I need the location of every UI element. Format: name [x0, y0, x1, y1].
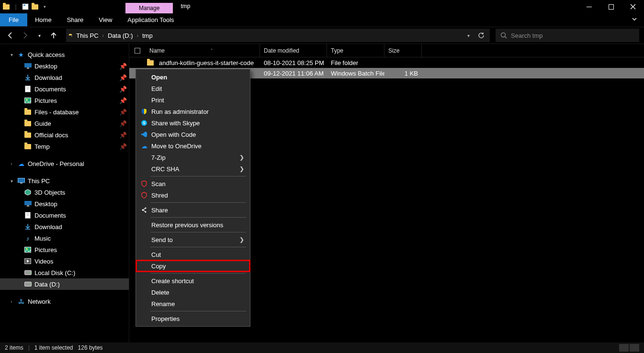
chevron-down-icon[interactable]: ▾: [7, 178, 16, 184]
search-box[interactable]: Search tmp: [496, 29, 639, 42]
menu-item-edit[interactable]: Edit: [136, 83, 250, 94]
cloud-icon: ☁: [16, 160, 26, 167]
menu-item-run-as-administrator[interactable]: Run as administrator: [136, 106, 250, 117]
select-all-checkbox[interactable]: [129, 48, 146, 54]
application-tools-tab[interactable]: Application Tools: [120, 13, 181, 26]
address-dropdown-icon[interactable]: ▾: [467, 33, 470, 38]
menu-item-send-to[interactable]: Send to ❯: [136, 234, 250, 245]
sidebar-item-pictures[interactable]: Pictures📌: [0, 95, 129, 106]
file-tab[interactable]: File: [0, 13, 27, 26]
forward-button[interactable]: [19, 30, 31, 41]
sidebar-item-desktop[interactable]: Desktop: [0, 198, 129, 210]
item-icon: [23, 247, 33, 253]
chevron-right-icon[interactable]: ›: [7, 299, 16, 304]
menu-separator: [150, 232, 246, 232]
skype-icon: S: [139, 120, 149, 126]
status-bar: 2 items | 1 item selected 126 bytes: [0, 342, 644, 353]
sidebar-onedrive[interactable]: › ☁ OneDrive - Personal: [0, 158, 129, 169]
menu-item-cut[interactable]: Cut: [136, 249, 250, 260]
sidebar-item-label: Download: [33, 74, 119, 81]
breadcrumb-sep[interactable]: ›: [137, 33, 138, 38]
sidebar-item-label: Data (D:): [33, 281, 129, 288]
menu-item-copy[interactable]: Copy: [136, 260, 250, 272]
menu-item-open-with-code[interactable]: Open with Code: [136, 129, 250, 140]
recent-locations-button[interactable]: ▾: [34, 30, 45, 41]
manage-tab-header[interactable]: Manage: [125, 3, 173, 13]
menu-item-delete[interactable]: Delete: [136, 287, 250, 298]
sidebar-quick-access[interactable]: ▾ ★ Quick access: [0, 49, 129, 60]
menu-item-shred[interactable]: Shred: [136, 189, 250, 201]
sidebar-item-download[interactable]: Download📌: [0, 72, 129, 83]
menu-item-print[interactable]: Print: [136, 94, 250, 106]
breadcrumb-sep[interactable]: ›: [102, 33, 104, 38]
svg-rect-15: [25, 98, 31, 103]
chevron-right-icon[interactable]: ›: [7, 161, 16, 166]
sidebar-item-files-database[interactable]: Files - database📌: [0, 106, 129, 118]
menu-item-create-shortcut[interactable]: Create shortcut: [136, 275, 250, 287]
column-type[interactable]: Type: [327, 44, 384, 57]
menu-item-7-zip[interactable]: 7-Zip ❯: [136, 152, 250, 163]
sidebar-item-videos[interactable]: Videos: [0, 255, 129, 267]
menu-item-label: Delete: [149, 289, 244, 296]
new-folder-icon[interactable]: [31, 2, 39, 11]
back-button[interactable]: [5, 30, 16, 41]
sidebar-item-local-disk-c-[interactable]: Local Disk (C:): [0, 267, 129, 278]
sidebar-item-music[interactable]: ♪Music: [0, 232, 129, 244]
svg-point-16: [26, 99, 28, 100]
sidebar-network[interactable]: › 🖧 Network: [0, 296, 129, 307]
share-tab[interactable]: Share: [59, 13, 91, 26]
menu-item-scan[interactable]: Scan: [136, 178, 250, 189]
menu-item-properties[interactable]: Properties: [136, 313, 250, 324]
refresh-button[interactable]: [475, 30, 487, 41]
breadcrumb-data-d[interactable]: Data (D:): [106, 31, 135, 40]
menu-item-crc-sha[interactable]: CRC SHA ❯: [136, 163, 250, 175]
sidebar-item-3d-objects[interactable]: 3D Objects: [0, 187, 129, 198]
sidebar-item-data-d-[interactable]: Data (D:): [0, 278, 129, 290]
menu-separator: [150, 273, 246, 274]
details-view-button[interactable]: [619, 344, 629, 352]
menu-item-restore-previous-versions[interactable]: Restore previous versions: [136, 219, 250, 231]
thumbnails-view-button[interactable]: [630, 344, 639, 352]
menu-item-label: 7-Zip: [149, 154, 239, 161]
pin-icon: 📌: [119, 109, 129, 116]
file-row[interactable]: andfun-kotlin-guess-it-starter-code 08-1…: [129, 57, 644, 68]
svg-rect-21: [27, 205, 29, 207]
minimize-button[interactable]: [578, 0, 600, 13]
sidebar-item-documents[interactable]: Documents📌: [0, 83, 129, 95]
sidebar-this-pc[interactable]: ▾ This PC: [0, 175, 129, 187]
maximize-button[interactable]: [600, 0, 622, 13]
sidebar-item-label: Download: [33, 223, 129, 231]
breadcrumb-tmp[interactable]: tmp: [140, 31, 155, 40]
sidebar-item-temp[interactable]: Temp📌: [0, 141, 129, 152]
menu-item-label: Move to OneDrive: [149, 143, 244, 150]
sidebar-item-download[interactable]: Download: [0, 221, 129, 232]
sidebar-item-guide[interactable]: Guide📌: [0, 118, 129, 129]
menu-item-open[interactable]: Open: [136, 71, 250, 83]
item-icon: [23, 144, 33, 149]
chevron-down-icon[interactable]: ▾: [7, 52, 16, 57]
svg-point-27: [26, 248, 28, 250]
sidebar-item-desktop[interactable]: Desktop📌: [0, 60, 129, 72]
sidebar-item-pictures[interactable]: Pictures: [0, 244, 129, 255]
home-tab[interactable]: Home: [27, 13, 59, 26]
column-name[interactable]: Name ˄: [146, 44, 260, 57]
close-button[interactable]: [622, 0, 644, 13]
menu-item-move-to-onedrive[interactable]: ☁ Move to OneDrive: [136, 140, 250, 152]
sidebar-item-label: Temp: [33, 143, 119, 150]
menu-item-rename[interactable]: Rename: [136, 298, 250, 309]
sidebar-item-documents[interactable]: Documents: [0, 210, 129, 221]
menu-item-share-with-skype[interactable]: S Share with Skype: [136, 117, 250, 129]
menu-item-label: Cut: [149, 251, 244, 258]
column-size[interactable]: Size: [384, 44, 422, 57]
breadcrumb-this-pc[interactable]: This PC: [74, 31, 100, 40]
menu-item-label: Share with Skype: [149, 120, 244, 127]
expand-ribbon-icon[interactable]: [625, 13, 644, 26]
up-button[interactable]: [48, 30, 59, 41]
column-date-modified[interactable]: Date modified: [260, 44, 327, 57]
qat-dropdown-icon[interactable]: ▾: [40, 2, 49, 11]
sidebar-item-official-docs[interactable]: Official docs📌: [0, 129, 129, 141]
view-tab[interactable]: View: [91, 13, 120, 26]
properties-icon[interactable]: [21, 2, 30, 11]
menu-item-share[interactable]: Share: [136, 204, 250, 216]
address-bar[interactable]: › This PC › Data (D:) › tmp ▾: [66, 29, 490, 42]
